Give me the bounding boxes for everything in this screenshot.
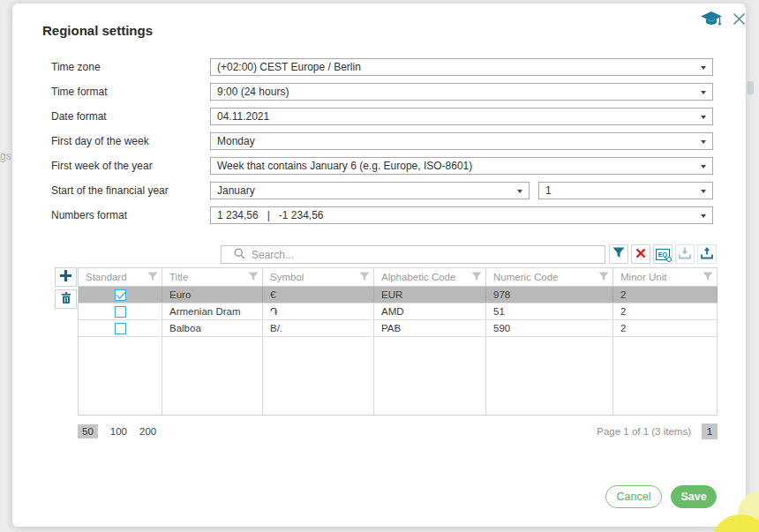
dialog-title: Regional settings	[42, 23, 153, 38]
column-filter-icon[interactable]	[359, 272, 370, 283]
page-number-button[interactable]: 1	[702, 423, 718, 439]
time-format-value: 9:00 (24 hours)	[217, 86, 289, 98]
magnifier-lens-icon	[666, 257, 672, 262]
chevron-down-icon	[701, 190, 706, 193]
cell-symbol: €	[263, 287, 374, 303]
search-box	[221, 245, 605, 264]
page-size-options: 50 100 200	[78, 424, 156, 438]
close-dialog-button[interactable]	[731, 12, 747, 28]
chevron-down-icon	[701, 91, 706, 94]
column-filter-icon[interactable]	[248, 272, 259, 283]
filter-funnel-icon	[612, 247, 625, 261]
column-header-title[interactable]: Title	[162, 268, 263, 286]
save-button[interactable]: Save	[671, 485, 717, 508]
export-button[interactable]	[697, 244, 717, 264]
cell-alphabetic-code: EUR	[374, 287, 486, 303]
regional-settings-dialog: Regional settings Time zone (+02:00) CES…	[12, 4, 746, 527]
financial-year-month-select[interactable]: January	[210, 182, 530, 199]
time-format-label: Time format	[51, 83, 108, 101]
standard-checkbox[interactable]	[115, 306, 126, 318]
chevron-down-icon	[701, 165, 706, 169]
standard-checkbox[interactable]	[115, 323, 126, 334]
advanced-search-button[interactable]: EQ	[653, 244, 673, 264]
background-scrollbar-artifact	[748, 81, 754, 94]
first-week-label: First week of the year	[51, 157, 153, 175]
column-filter-icon[interactable]	[147, 272, 158, 283]
export-upload-icon	[700, 247, 714, 262]
time-format-select[interactable]: 9:00 (24 hours)	[210, 83, 713, 101]
form-row-date-format: Date format 04.11.2021	[51, 108, 722, 125]
cell-alphabetic-code: AMD	[374, 303, 486, 319]
table-row[interactable]: Balboa B/. PAB 590 2	[79, 320, 718, 337]
cell-numeric-code: 51	[486, 303, 613, 319]
financial-year-label: Start of the financial year	[51, 182, 169, 199]
numbers-format-label: Numbers format	[51, 206, 127, 224]
column-filter-icon[interactable]	[703, 272, 713, 283]
cell-title: Armenian Dram	[162, 303, 263, 319]
date-format-select[interactable]: 04.11.2021	[210, 108, 713, 125]
cell-symbol: ֏	[263, 303, 374, 319]
delete-currency-button[interactable]	[55, 289, 77, 309]
import-download-icon	[678, 247, 692, 262]
numbers-format-value: 1 234,56 | -1 234,56	[217, 209, 324, 221]
cancel-button[interactable]: Cancel	[605, 485, 662, 508]
column-filter-icon[interactable]	[598, 272, 609, 283]
cell-alphabetic-code: PAB	[374, 320, 486, 336]
standard-checkbox[interactable]	[115, 289, 126, 301]
column-filter-icon[interactable]	[471, 272, 482, 283]
grid-side-actions	[55, 267, 77, 309]
trash-icon	[60, 291, 72, 307]
first-day-label: First day of the week	[51, 132, 149, 150]
table-row[interactable]: Euro € EUR 978 2	[79, 287, 718, 303]
form-row-time-zone: Time zone (+02:00) CEST Europe / Berlin	[51, 58, 722, 76]
chevron-down-icon	[701, 140, 706, 144]
help-tutorial-button[interactable]	[699, 11, 724, 30]
column-header-minor-unit[interactable]: Minor Unit	[613, 268, 718, 286]
currency-table: Standard Title Symbol Alphabetic Code	[78, 267, 718, 416]
chevron-down-icon	[701, 66, 706, 70]
table-empty-area	[79, 337, 718, 415]
column-header-symbol[interactable]: Symbol	[263, 268, 374, 286]
table-header-row: Standard Title Symbol Alphabetic Code	[79, 268, 718, 287]
import-button[interactable]	[675, 244, 695, 264]
time-zone-select[interactable]: (+02:00) CEST Europe / Berlin	[210, 58, 713, 76]
red-x-icon	[635, 248, 646, 261]
numbers-format-select[interactable]: 1 234,56 | -1 234,56	[210, 206, 713, 224]
form-row-time-format: Time format 9:00 (24 hours)	[51, 83, 722, 101]
cell-minor-unit: 2	[613, 287, 718, 303]
cell-numeric-code: 590	[486, 320, 613, 336]
form-row-financial-year: Start of the financial year January 1	[51, 182, 722, 199]
clear-filter-button[interactable]	[631, 244, 650, 264]
financial-year-month-value: January	[217, 184, 255, 197]
column-header-alphabetic-code[interactable]: Alphabetic Code	[374, 268, 486, 286]
table-row[interactable]: Armenian Dram ֏ AMD 51 2	[79, 303, 718, 320]
column-header-standard[interactable]: Standard	[79, 268, 162, 286]
time-zone-value: (+02:00) CEST Europe / Berlin	[217, 61, 361, 73]
page-info-text: Page 1 of 1 (3 items)	[597, 426, 691, 437]
cell-minor-unit: 2	[613, 320, 718, 336]
search-icon	[234, 247, 245, 263]
background-clipped-text: gs	[0, 150, 11, 162]
cell-title: Euro	[162, 287, 263, 303]
search-input[interactable]	[252, 249, 569, 261]
date-format-label: Date format	[51, 108, 107, 125]
add-currency-button[interactable]	[55, 267, 77, 287]
cell-minor-unit: 2	[613, 303, 718, 319]
first-week-value: Week that contains January 6 (e.g. Europ…	[217, 160, 472, 172]
column-header-numeric-code[interactable]: Numeric Code	[486, 268, 613, 286]
page-size-50[interactable]: 50	[78, 424, 98, 438]
chevron-down-icon	[701, 214, 706, 218]
financial-year-day-select[interactable]: 1	[538, 182, 713, 199]
chevron-down-icon	[701, 116, 706, 119]
page-size-200[interactable]: 200	[139, 426, 156, 437]
plus-icon	[59, 269, 72, 285]
page-size-100[interactable]: 100	[110, 426, 127, 437]
apply-filter-button[interactable]	[609, 244, 628, 264]
first-day-select[interactable]: Monday	[210, 132, 713, 150]
graduation-cap-icon	[700, 19, 723, 32]
close-icon	[733, 15, 746, 28]
form-row-first-week: First week of the year Week that contain…	[51, 157, 722, 175]
date-format-value: 04.11.2021	[217, 110, 269, 123]
financial-year-day-value: 1	[545, 184, 552, 197]
first-week-select[interactable]: Week that contains January 6 (e.g. Europ…	[210, 157, 713, 175]
